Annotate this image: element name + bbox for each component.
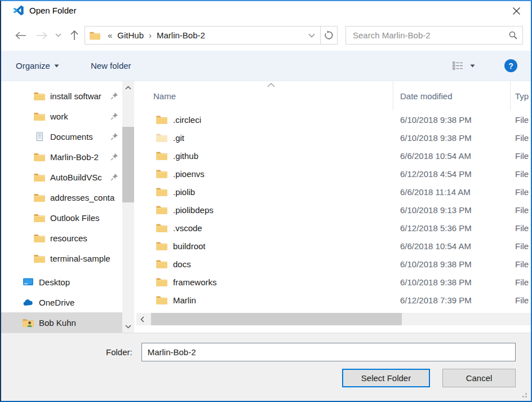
file-row-circleci[interactable]: .circleci 6/10/2018 9:38 PM File: [136, 111, 531, 129]
address-dropdown-button[interactable]: [303, 26, 320, 44]
sidebar-item-bob-kuhn[interactable]: Bob Kuhn: [1, 312, 122, 333]
up-button[interactable]: [64, 26, 85, 45]
pin-icon: [110, 173, 118, 181]
folder-label: Folder:: [106, 347, 132, 357]
address-bar[interactable]: « GitHub › Marlin-Bob-2: [85, 26, 321, 45]
title-bar: Open Folder: [1, 1, 531, 20]
user-folder-icon: [23, 318, 34, 328]
search-box: [345, 26, 523, 45]
resize-grip[interactable]: [521, 391, 527, 398]
caret-down-icon: [54, 64, 59, 68]
new-folder-button[interactable]: New folder: [91, 61, 131, 70]
back-button[interactable]: [10, 26, 32, 45]
cancel-button[interactable]: Cancel: [442, 369, 516, 387]
horizontal-scrollbar-thumb[interactable]: [151, 313, 402, 325]
folder-icon: [156, 223, 167, 232]
sidebar-vertical-scrollbar[interactable]: [122, 81, 134, 333]
file-type: File: [511, 187, 531, 197]
file-date: 6/6/2018 10:54 AM: [393, 151, 511, 161]
file-row-frameworks[interactable]: frameworks 6/10/2018 9:38 PM File: [136, 273, 531, 291]
dialog-footer: Folder: Select Folder Cancel: [1, 333, 531, 401]
desktop-icon: [23, 277, 34, 287]
folder-icon: [156, 241, 167, 250]
file-row-git[interactable]: .git 6/10/2018 9:38 PM File: [136, 129, 531, 147]
scroll-down-arrow[interactable]: [122, 321, 134, 332]
column-header-name[interactable]: Name: [136, 81, 393, 111]
file-name: .git: [173, 133, 184, 143]
column-header-type[interactable]: Typ: [511, 81, 531, 111]
search-input[interactable]: [353, 30, 508, 40]
action-buttons: Select Folder Cancel: [1, 361, 531, 387]
sidebar-item-onedrive[interactable]: OneDrive: [1, 292, 122, 312]
file-type: File: [511, 115, 531, 125]
file-type: File: [511, 151, 531, 161]
file-date: 6/10/2018 9:38 PM: [393, 277, 511, 287]
pin-icon: [110, 132, 118, 140]
file-date: 6/12/2018 4:54 PM: [393, 169, 511, 179]
vertical-scrollbar-thumb[interactable]: [122, 127, 134, 202]
onedrive-cloud-icon: [23, 298, 34, 307]
file-name: .circleci: [173, 115, 201, 125]
sidebar-item-desktop[interactable]: Desktop: [1, 272, 122, 292]
folder-icon: [156, 259, 167, 268]
up-arrow-icon: [70, 30, 79, 41]
file-row-vscode[interactable]: .vscode 6/12/2018 5:36 PM File: [136, 219, 531, 237]
file-list: Name Date modified Typ .circleci 6/10/20…: [136, 81, 531, 333]
file-row-docs[interactable]: docs 6/10/2018 9:38 PM File: [136, 255, 531, 273]
sidebar-item-outlook-files[interactable]: Outlook Files: [1, 207, 122, 228]
scroll-up-arrow[interactable]: [122, 82, 134, 92]
organize-button[interactable]: Organize: [16, 61, 59, 70]
select-folder-button[interactable]: Select Folder: [342, 369, 430, 387]
sidebar-item-resources[interactable]: resources: [1, 228, 122, 248]
back-arrow-icon: [14, 31, 28, 40]
horizontal-scrollbar[interactable]: [136, 313, 531, 325]
folder-icon: [156, 205, 167, 214]
details-view-icon: [453, 61, 463, 70]
file-date: 6/6/2018 11:14 AM: [393, 187, 511, 197]
change-view-button[interactable]: [453, 61, 475, 70]
folder-name-input[interactable]: [141, 343, 516, 361]
column-headers: Name Date modified Typ: [136, 81, 531, 111]
search-icon[interactable]: [508, 30, 518, 40]
file-name: frameworks: [173, 277, 217, 287]
folder-name-row: Folder:: [1, 333, 531, 361]
breadcrumb-segment-github[interactable]: GitHub: [115, 30, 146, 40]
folder-icon: [34, 233, 45, 243]
sidebar-item-install-software[interactable]: install softwar: [1, 86, 122, 106]
forward-arrow-icon: [35, 31, 48, 40]
file-date: 6/10/2018 9:38 PM: [393, 259, 511, 269]
file-row-github[interactable]: .github 6/6/2018 10:54 AM File: [136, 147, 531, 165]
close-button[interactable]: [506, 3, 526, 19]
folder-icon: [34, 91, 45, 101]
column-header-date-modified[interactable]: Date modified: [393, 81, 511, 111]
sort-ascending-icon: [267, 83, 275, 87]
file-name: Marlin: [173, 295, 196, 305]
sidebar-item-autobuildvsc[interactable]: AutoBuildVSc: [1, 167, 122, 187]
breadcrumb-separator[interactable]: ›: [146, 30, 154, 40]
file-type: File: [511, 295, 531, 305]
sidebar-item-marlin-bob-2[interactable]: Marlin-Bob-2: [1, 147, 122, 167]
new-folder-label: New folder: [91, 61, 131, 70]
sidebar-item-documents[interactable]: Documents: [1, 126, 122, 147]
recent-locations-button[interactable]: [52, 26, 64, 45]
file-row-marlin[interactable]: Marlin 6/12/2018 7:39 PM File: [136, 291, 531, 309]
folder-icon: [156, 295, 167, 304]
file-type: File: [511, 133, 531, 143]
forward-button[interactable]: [32, 26, 52, 45]
file-row-buildroot[interactable]: buildroot 6/6/2018 10:54 AM File: [136, 237, 531, 255]
sidebar-item-addresses-contacts[interactable]: addresses_conta: [1, 187, 122, 207]
dialog-body: install softwar work Documents Marlin-Bo…: [1, 81, 531, 333]
file-row-pioenvs[interactable]: .pioenvs 6/12/2018 4:54 PM File: [136, 165, 531, 183]
help-icon: ?: [508, 61, 513, 70]
scroll-left-arrow[interactable]: [136, 313, 148, 325]
sidebar-item-work[interactable]: work: [1, 106, 122, 126]
file-type: File: [511, 277, 531, 287]
refresh-button[interactable]: [321, 26, 338, 45]
sidebar-item-terminal-sample[interactable]: terminal-sample: [1, 248, 122, 268]
help-button[interactable]: ?: [504, 59, 517, 72]
file-name: buildroot: [173, 241, 206, 251]
file-row-piolibdeps[interactable]: .piolibdeps 6/10/2018 9:13 PM File: [136, 201, 531, 219]
breadcrumb-collapsed-indicator[interactable]: «: [105, 30, 115, 40]
breadcrumb-segment-current[interactable]: Marlin-Bob-2: [154, 30, 207, 40]
file-row-piolib[interactable]: .piolib 6/6/2018 11:14 AM File: [136, 183, 531, 201]
